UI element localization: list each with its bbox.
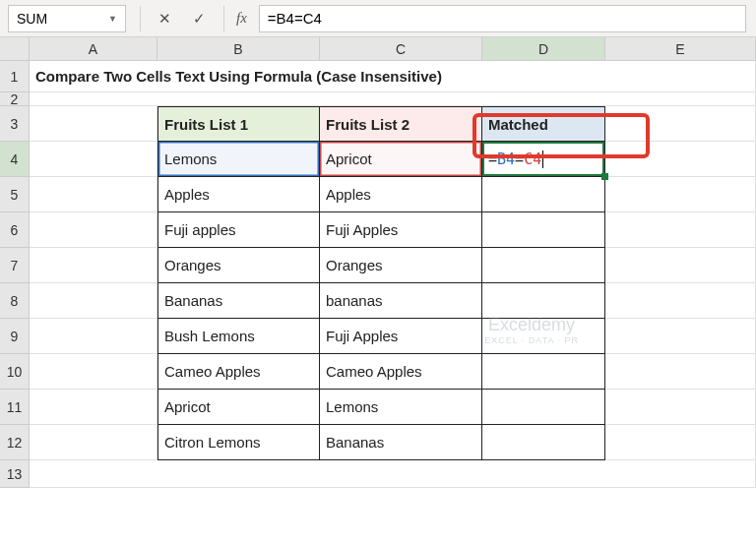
col-header-D[interactable]: D bbox=[482, 37, 605, 61]
cell[interactable] bbox=[30, 92, 756, 106]
table-header-1[interactable]: Fruits List 1 bbox=[158, 106, 320, 142]
cell[interactable] bbox=[605, 177, 756, 212]
table-cell[interactable]: Fuji Apples bbox=[320, 319, 482, 354]
table-cell[interactable]: Lemons bbox=[320, 390, 482, 425]
text-cursor bbox=[542, 151, 543, 168]
table-cell[interactable]: Apples bbox=[158, 177, 320, 212]
table-cell[interactable]: Fuji Apples bbox=[320, 212, 482, 248]
fx-icon[interactable]: fx bbox=[236, 10, 247, 27]
formula-equals: = bbox=[488, 151, 497, 168]
separator bbox=[140, 6, 141, 31]
cell[interactable] bbox=[605, 319, 756, 354]
cell[interactable] bbox=[605, 142, 756, 177]
name-box[interactable]: SUM ▼ bbox=[8, 5, 126, 32]
formula-text: =B4=C4 bbox=[268, 10, 322, 27]
cell[interactable] bbox=[30, 212, 158, 248]
page-title[interactable]: Compare Two Cells Text Using Formula (Ca… bbox=[30, 61, 756, 92]
cell[interactable] bbox=[30, 177, 158, 212]
formula-bar: SUM ▼ ✕ ✓ fx =B4=C4 bbox=[0, 0, 756, 37]
col-header-C[interactable]: C bbox=[320, 37, 482, 61]
cell[interactable] bbox=[30, 319, 158, 354]
table-cell[interactable]: Apricot bbox=[158, 390, 320, 425]
cell[interactable] bbox=[30, 248, 158, 283]
cell[interactable] bbox=[30, 283, 158, 319]
row-header-3[interactable]: 3 bbox=[0, 106, 30, 142]
formula-ref-b: B4 bbox=[497, 151, 515, 168]
table-cell[interactable]: Oranges bbox=[158, 248, 320, 283]
cell-D4-editing[interactable]: =B4=C4 bbox=[482, 142, 605, 177]
table-header-3[interactable]: Matched bbox=[482, 106, 605, 142]
cell[interactable] bbox=[605, 212, 756, 248]
spreadsheet-grid[interactable]: A B C D E 1 2 3 4 5 6 7 8 9 10 11 12 13 … bbox=[0, 37, 756, 488]
cell[interactable] bbox=[30, 390, 158, 425]
table-cell[interactable]: Fuji apples bbox=[158, 212, 320, 248]
cell[interactable] bbox=[30, 425, 158, 460]
col-header-B[interactable]: B bbox=[158, 37, 320, 61]
col-header-A[interactable]: A bbox=[30, 37, 158, 61]
name-box-value: SUM bbox=[17, 11, 47, 27]
formula-ref-c: C4 bbox=[524, 151, 541, 168]
table-header-2[interactable]: Fruits List 2 bbox=[320, 106, 482, 142]
col-header-E[interactable]: E bbox=[605, 37, 756, 61]
cell-C4[interactable]: Apricot bbox=[320, 142, 482, 177]
table-cell[interactable] bbox=[482, 212, 605, 248]
table-cell[interactable] bbox=[482, 319, 605, 354]
row-header-9[interactable]: 9 bbox=[0, 319, 30, 354]
cell[interactable] bbox=[605, 106, 756, 142]
row-header-11[interactable]: 11 bbox=[0, 390, 30, 425]
row-header-2[interactable]: 2 bbox=[0, 92, 30, 106]
row-header-6[interactable]: 6 bbox=[0, 212, 30, 248]
cell[interactable] bbox=[605, 390, 756, 425]
table-cell[interactable] bbox=[482, 354, 605, 390]
dropdown-icon[interactable]: ▼ bbox=[108, 14, 117, 24]
row-header-4[interactable]: 4 bbox=[0, 142, 30, 177]
cell[interactable] bbox=[605, 248, 756, 283]
cancel-icon[interactable]: ✕ bbox=[158, 10, 171, 28]
select-all-corner[interactable] bbox=[0, 37, 30, 61]
table-cell[interactable]: bananas bbox=[320, 283, 482, 319]
table-cell[interactable] bbox=[482, 425, 605, 460]
cell[interactable] bbox=[30, 354, 158, 390]
formula-input[interactable]: =B4=C4 bbox=[259, 5, 746, 32]
table-cell[interactable]: Cameo Apples bbox=[320, 354, 482, 390]
row-header-13[interactable]: 13 bbox=[0, 460, 30, 488]
cell[interactable] bbox=[30, 460, 756, 488]
row-header-12[interactable]: 12 bbox=[0, 425, 30, 460]
table-cell[interactable] bbox=[482, 283, 605, 319]
table-cell[interactable]: Cameo Apples bbox=[158, 354, 320, 390]
table-cell[interactable] bbox=[482, 248, 605, 283]
table-cell[interactable]: Citron Lemons bbox=[158, 425, 320, 460]
table-cell[interactable] bbox=[482, 390, 605, 425]
fill-handle[interactable] bbox=[601, 173, 608, 180]
enter-icon[interactable]: ✓ bbox=[193, 10, 206, 28]
formula-bar-buttons: ✕ ✓ bbox=[158, 10, 206, 28]
row-header-10[interactable]: 10 bbox=[0, 354, 30, 390]
table-cell[interactable]: Bananas bbox=[320, 425, 482, 460]
cell[interactable] bbox=[605, 425, 756, 460]
cell[interactable] bbox=[30, 106, 158, 142]
table-cell[interactable]: Bananas bbox=[158, 283, 320, 319]
row-header-5[interactable]: 5 bbox=[0, 177, 30, 212]
table-cell[interactable] bbox=[482, 177, 605, 212]
row-header-1[interactable]: 1 bbox=[0, 61, 30, 92]
cell-B4[interactable]: Lemons bbox=[158, 142, 320, 177]
row-header-8[interactable]: 8 bbox=[0, 283, 30, 319]
table-cell[interactable]: Oranges bbox=[320, 248, 482, 283]
table-cell[interactable]: Bush Lemons bbox=[158, 319, 320, 354]
row-header-7[interactable]: 7 bbox=[0, 248, 30, 283]
table-cell[interactable]: Apples bbox=[320, 177, 482, 212]
cell[interactable] bbox=[605, 354, 756, 390]
separator bbox=[223, 6, 224, 31]
cell[interactable] bbox=[30, 142, 158, 177]
cell[interactable] bbox=[605, 283, 756, 319]
